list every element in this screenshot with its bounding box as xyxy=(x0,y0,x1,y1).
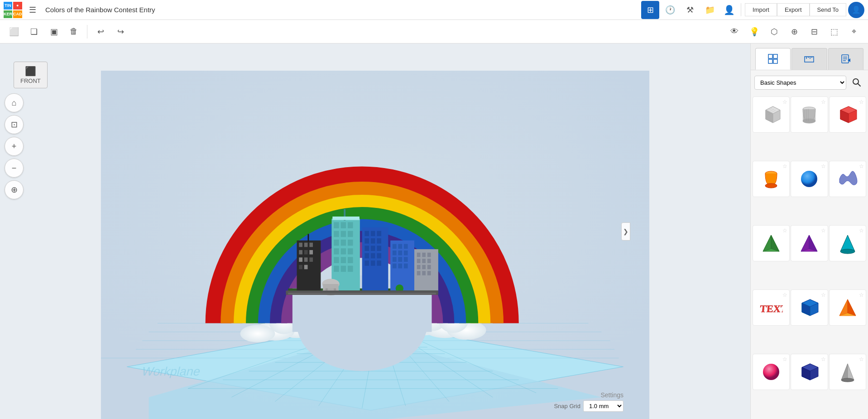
shape-cylinder-orange[interactable]: ☆ xyxy=(753,161,790,197)
zoom-in-icon: + xyxy=(12,142,17,151)
favorite-star[interactable]: ☆ xyxy=(782,99,787,105)
camera-icon: 👁 xyxy=(730,27,739,36)
favorite-star[interactable]: ☆ xyxy=(821,227,826,234)
svg-rect-105 xyxy=(393,264,397,269)
shape-text[interactable]: ☆ TEXT TEXT xyxy=(753,289,790,326)
svg-rect-104 xyxy=(404,257,408,262)
favorite-star[interactable]: ☆ xyxy=(821,163,826,169)
shape-sphere-pink[interactable]: ☆ xyxy=(753,354,790,390)
favorite-star[interactable]: ☆ xyxy=(821,356,826,362)
home-button[interactable]: ⌂ xyxy=(5,93,24,112)
mirror-button[interactable]: ⬚ xyxy=(825,23,843,40)
shape-cylinder-grey[interactable]: ☆ xyxy=(791,96,828,133)
shape-box-navy[interactable]: ☆ xyxy=(791,354,828,390)
svg-rect-109 xyxy=(417,253,421,257)
svg-rect-113 xyxy=(422,259,426,263)
svg-rect-76 xyxy=(341,266,346,272)
svg-point-172 xyxy=(840,249,855,254)
undo-button[interactable]: ↩ xyxy=(92,23,109,40)
search-button[interactable] xyxy=(849,75,864,90)
favorite-star[interactable]: ☆ xyxy=(821,292,826,298)
fit-view-button[interactable]: ⊡ xyxy=(5,115,24,134)
svg-rect-47 xyxy=(299,243,302,247)
favorite-star[interactable]: ☆ xyxy=(859,227,864,234)
favorite-star[interactable]: ☆ xyxy=(782,356,787,362)
avatar-button[interactable]: 👤 xyxy=(848,2,864,18)
zoom-in-button[interactable]: + xyxy=(5,137,24,156)
svg-rect-75 xyxy=(334,266,339,272)
shape-box-grey[interactable]: ☆ xyxy=(753,96,790,133)
svg-rect-106 xyxy=(398,264,402,269)
shape-preview-box-red xyxy=(834,101,861,128)
svg-rect-119 xyxy=(422,271,426,275)
tab-notes[interactable] xyxy=(828,48,863,70)
favorite-star[interactable]: ☆ xyxy=(859,163,864,169)
favorite-star[interactable]: ☆ xyxy=(782,292,787,298)
svg-marker-179 xyxy=(839,299,848,316)
subtract-button[interactable]: ⊕ xyxy=(786,23,803,40)
shape-preview-cylinder-orange xyxy=(758,165,785,193)
3d-view-icon: ⊕ xyxy=(11,185,18,195)
shape-cone-grey[interactable]: ☆ xyxy=(829,354,866,390)
svg-rect-81 xyxy=(371,231,375,236)
main: FRONT ⌂ ⊡ + − ⊕ xyxy=(0,43,868,419)
grid-view-button[interactable]: ⊞ xyxy=(641,1,659,19)
svg-rect-69 xyxy=(334,248,339,254)
favorite-star[interactable]: ☆ xyxy=(859,292,864,298)
settings-label[interactable]: Settings xyxy=(600,391,623,399)
snap-select[interactable]: 0.1 mm 0.5 mm 1.0 mm 2.0 mm 5.0 mm 10.0 … xyxy=(583,400,623,412)
logo-cad: CAD xyxy=(13,10,22,18)
svg-rect-97 xyxy=(398,244,402,249)
camera-button[interactable]: 👁 xyxy=(726,23,743,40)
svg-line-146 xyxy=(858,84,861,87)
viewport[interactable]: FRONT ⌂ ⊡ + − ⊕ xyxy=(0,43,750,419)
select-shape-button[interactable]: ⬡ xyxy=(766,23,783,40)
list-view-button[interactable]: ☰ xyxy=(24,1,42,19)
tinkercad-logo[interactable]: TIN ● KER CAD xyxy=(4,2,20,18)
shapes-category-select[interactable]: Basic Shapes Letters Numbers Connectors … xyxy=(754,76,846,90)
tab-ruler[interactable] xyxy=(791,48,827,70)
export-button[interactable]: Export xyxy=(777,3,810,16)
import-button[interactable]: Import xyxy=(745,3,777,16)
shape-pyramid-yellow[interactable]: ☆ xyxy=(829,289,866,326)
svg-rect-77 xyxy=(348,266,353,272)
shape-scribble[interactable]: ☆ xyxy=(829,161,866,197)
redo-button[interactable]: ↪ xyxy=(112,23,129,40)
shape-pyramid-purple[interactable]: ☆ xyxy=(791,225,828,261)
delete-button[interactable]: 🗑 xyxy=(65,23,82,40)
measure-button[interactable]: ⌖ xyxy=(845,23,863,40)
send-to-button[interactable]: Send To xyxy=(810,3,846,16)
shape-pyramid-green[interactable]: ☆ xyxy=(753,225,790,261)
shape-cone-teal[interactable]: ☆ xyxy=(829,225,866,261)
new-icon: ⬜ xyxy=(9,27,19,37)
right-panel: Basic Shapes Letters Numbers Connectors … xyxy=(750,43,868,419)
group-button[interactable]: ▣ xyxy=(45,23,62,40)
3d-view-button[interactable]: ⊕ xyxy=(5,180,24,199)
align-button[interactable]: ⊟ xyxy=(806,23,823,40)
shape-sphere-blue[interactable]: ☆ xyxy=(791,161,828,197)
separator-1 xyxy=(87,25,87,39)
favorite-star[interactable]: ☆ xyxy=(859,356,864,362)
svg-rect-87 xyxy=(371,246,375,251)
favorite-star[interactable]: ☆ xyxy=(859,99,864,105)
tab-grid[interactable] xyxy=(755,48,791,70)
svg-rect-94 xyxy=(377,260,381,266)
zoom-out-icon: − xyxy=(12,164,17,173)
add-user-button[interactable]: 👤 xyxy=(721,2,737,18)
favorite-star[interactable]: ☆ xyxy=(821,99,826,105)
shape-box-red[interactable]: ☆ xyxy=(829,96,866,133)
zoom-out-button[interactable]: − xyxy=(5,159,24,178)
tools-button[interactable]: ⚒ xyxy=(681,1,699,19)
toolbar-right: 👁 💡 ⬡ ⊕ ⊟ ⬚ ⌖ xyxy=(726,23,863,40)
new-button[interactable]: ⬜ xyxy=(5,23,23,40)
recent-button[interactable]: 🕐 xyxy=(661,1,679,19)
folder-button[interactable]: 📁 xyxy=(701,1,719,19)
mirror-icon: ⬚ xyxy=(830,27,838,37)
favorite-star[interactable]: ☆ xyxy=(782,227,787,234)
collapse-panel-button[interactable]: ❯ xyxy=(621,222,630,241)
light-button[interactable]: 💡 xyxy=(746,23,763,40)
home-icon: ⌂ xyxy=(12,98,17,108)
duplicate-button[interactable]: ❏ xyxy=(25,23,43,40)
favorite-star[interactable]: ☆ xyxy=(782,163,787,169)
shape-box-blue-dark[interactable]: ☆ xyxy=(791,289,828,326)
